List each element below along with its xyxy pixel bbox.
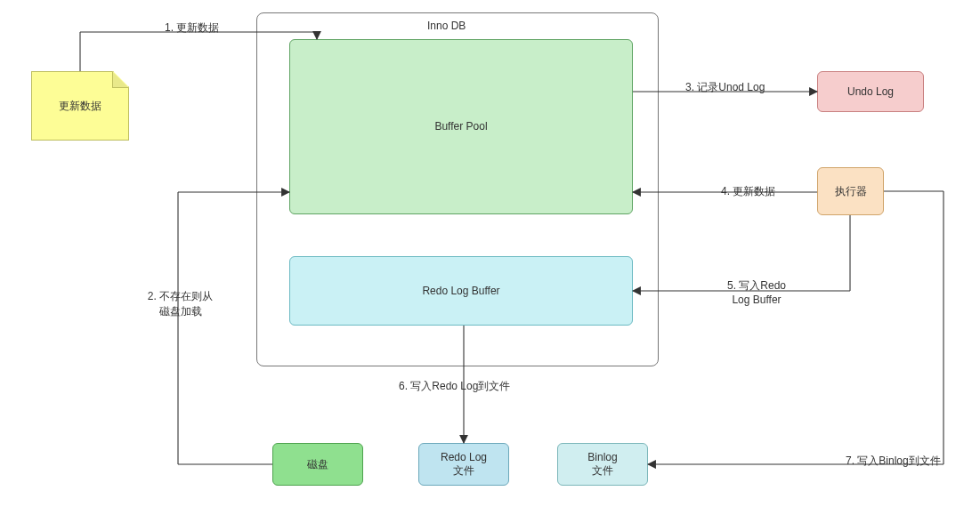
edge2-label: 2. 不存在则从 磁盘加载 xyxy=(138,289,223,319)
executor-box: 执行器 xyxy=(817,167,884,215)
binlog-file-label: Binlog 文件 xyxy=(587,451,617,478)
undo-log-label: Undo Log xyxy=(847,85,894,99)
update-data-note-text: 更新数据 xyxy=(31,71,129,141)
disk-box: 磁盘 xyxy=(272,443,363,486)
buffer-pool-box: Buffer Pool xyxy=(289,39,633,214)
disk-label: 磁盘 xyxy=(307,458,328,471)
redo-log-file-label: Redo Log 文件 xyxy=(441,451,487,478)
edge6-label: 6. 写入Redo Log到文件 xyxy=(399,379,510,394)
edge3-label: 3. 记录Unod Log xyxy=(685,80,765,95)
update-data-note: 更新数据 xyxy=(31,71,129,141)
binlog-file-box: Binlog 文件 xyxy=(557,443,648,486)
executor-label: 执行器 xyxy=(835,185,867,198)
redo-log-buffer-label: Redo Log Buffer xyxy=(422,285,499,298)
diagram-stage: { "container": { "title": "Inno DB" }, "… xyxy=(0,0,980,523)
redo-log-file-box: Redo Log 文件 xyxy=(418,443,509,486)
undo-log-box: Undo Log xyxy=(817,71,924,112)
edge5-label: 5. 写入Redo Log Buffer xyxy=(721,278,792,306)
edge1-label: 1. 更新数据 xyxy=(165,20,219,36)
innodb-title: Inno DB xyxy=(427,20,466,32)
edge7-label: 7. 写入Binlog到文件 xyxy=(846,454,941,469)
redo-log-buffer-box: Redo Log Buffer xyxy=(289,256,633,326)
buffer-pool-label: Buffer Pool xyxy=(434,120,487,133)
edge4-label: 4. 更新数据 xyxy=(721,184,775,199)
